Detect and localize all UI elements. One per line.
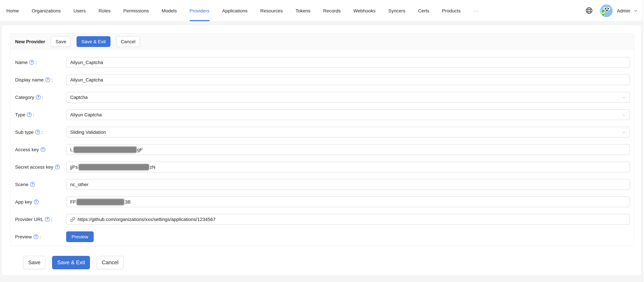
help-icon[interactable]: ? xyxy=(36,95,41,100)
nav-item-certs[interactable]: Certs xyxy=(412,0,436,21)
app-window: HomeOrganizationsUsersRolesPermissionsMo… xyxy=(0,0,644,282)
help-icon[interactable]: ? xyxy=(45,77,50,82)
nav-item-applications[interactable]: Applications xyxy=(216,0,254,21)
user-menu-label[interactable]: Admin xyxy=(617,8,630,13)
form-row-provider-url: Provider URL?:https://github.com/organiz… xyxy=(15,214,630,225)
field-type: Aliyun Captcha xyxy=(66,109,630,120)
field-value: Aliyun_Captcha xyxy=(70,60,103,65)
name-input[interactable]: Aliyun_Captcha xyxy=(66,57,630,68)
provider-url-input[interactable]: https://github.com/organizations/xxx/set… xyxy=(66,214,630,225)
field-app-key: FF3B xyxy=(66,196,630,207)
chevron-down-icon[interactable] xyxy=(634,8,638,12)
secret-access-key-input[interactable]: jjPszN xyxy=(66,162,630,172)
nav-item-label: Home xyxy=(6,8,19,13)
form-row-display-name: Display name?:Aliyun_Captcha xyxy=(15,74,630,85)
help-icon[interactable]: ? xyxy=(30,182,35,187)
field-scene: nc_other xyxy=(66,179,630,190)
header-cancel-button[interactable]: Cancel xyxy=(116,36,140,47)
vertical-scrollbar[interactable] xyxy=(643,0,644,282)
field-name: Aliyun_Captcha xyxy=(66,57,630,68)
field-preview: Preview xyxy=(66,231,630,242)
nav-item-label: Permissions xyxy=(123,8,149,13)
form-row-access-key: Access key?LgF xyxy=(15,144,630,155)
type-select[interactable]: Aliyun Captcha xyxy=(66,109,630,120)
redacted-value-prefix: FF xyxy=(70,199,76,205)
redaction-blob xyxy=(77,199,124,205)
nav-item-label: Certs xyxy=(418,8,429,13)
field-value: Sliding Validation xyxy=(70,130,106,135)
nav-item-products[interactable]: Products xyxy=(436,0,467,21)
field-label-category: Category?: xyxy=(15,95,66,100)
nav-item-label: Applications xyxy=(222,8,248,13)
panel-header: New Provider SaveSave & ExitCancel xyxy=(10,33,634,50)
help-icon[interactable]: ? xyxy=(45,217,50,222)
redaction-blob xyxy=(79,164,148,170)
nav-item-syncers[interactable]: Syncers xyxy=(382,0,412,21)
sub-type-select[interactable]: Sliding Validation xyxy=(66,127,630,138)
field-label-text: Secret access key xyxy=(15,164,53,170)
label-colon: : xyxy=(36,60,37,65)
nav-item-tokens[interactable]: Tokens xyxy=(289,0,317,21)
header-save-button[interactable]: Save xyxy=(51,36,71,47)
footer-save-exit-button[interactable]: Save & Exit xyxy=(52,256,90,269)
redacted-value-suffix: gF xyxy=(137,147,143,152)
nav-item-label: Organizations xyxy=(32,8,61,13)
form-row-sub-type: Sub type?:Sliding Validation xyxy=(15,127,630,138)
field-label-secret-access-key: Secret access key? xyxy=(15,164,66,170)
footer-save-button[interactable]: Save xyxy=(23,256,46,269)
help-icon[interactable]: ? xyxy=(55,165,60,169)
field-provider-url: https://github.com/organizations/xxx/set… xyxy=(66,214,630,225)
help-icon[interactable]: ? xyxy=(30,60,34,65)
nav-item-label: Records xyxy=(323,8,341,13)
nav-item-label: ··· xyxy=(474,8,479,13)
footer-cancel-button[interactable]: Cancel xyxy=(97,256,124,269)
form-row-app-key: App key?FF3B xyxy=(15,196,630,207)
language-globe-icon[interactable] xyxy=(586,7,593,14)
help-icon[interactable]: ? xyxy=(36,130,40,135)
field-label-text: Category xyxy=(15,95,34,100)
nav-item-more[interactable]: ··· xyxy=(467,0,486,21)
nav-item-users[interactable]: Users xyxy=(67,0,92,21)
main-menu: HomeOrganizationsUsersRolesPermissionsMo… xyxy=(0,0,486,21)
redacted-value-suffix: 3B xyxy=(125,199,130,205)
app-key-input[interactable]: FF3B xyxy=(66,196,630,207)
nav-item-label: Syncers xyxy=(388,8,405,13)
redacted-value-prefix: L xyxy=(70,147,73,152)
help-icon[interactable]: ? xyxy=(27,112,32,117)
field-label-text: Sub type xyxy=(15,130,34,135)
form-row-type: Type?:Aliyun Captcha xyxy=(15,109,630,120)
field-label-scene: Scene? xyxy=(15,182,66,187)
nav-item-roles[interactable]: Roles xyxy=(92,0,117,21)
label-colon: : xyxy=(33,112,34,117)
user-avatar[interactable] xyxy=(600,4,613,17)
label-colon: : xyxy=(51,77,53,83)
redaction-blob xyxy=(74,147,136,152)
chevron-down-icon xyxy=(622,113,626,117)
help-icon[interactable]: ? xyxy=(34,234,38,239)
nav-item-home[interactable]: Home xyxy=(0,0,25,21)
redacted-value-prefix: jjPs xyxy=(70,164,78,170)
nav-item-models[interactable]: Models xyxy=(155,0,183,21)
field-label-provider-url: Provider URL?: xyxy=(15,217,66,222)
help-icon[interactable]: ? xyxy=(34,199,38,204)
form-row-preview: Preview?:Preview xyxy=(15,231,630,242)
access-key-input[interactable]: LgF xyxy=(66,144,630,155)
nav-item-resources[interactable]: Resources xyxy=(254,0,289,21)
display-name-input[interactable]: Aliyun_Captcha xyxy=(66,74,630,85)
field-label-text: Access key xyxy=(15,147,39,152)
category-select[interactable]: Captcha xyxy=(66,92,630,103)
nav-item-providers[interactable]: Providers xyxy=(183,0,216,21)
form-row-scene: Scene?nc_other xyxy=(15,179,630,190)
nav-item-webhooks[interactable]: Webhooks xyxy=(347,0,382,21)
nav-item-records[interactable]: Records xyxy=(317,0,347,21)
help-icon[interactable]: ? xyxy=(41,147,45,152)
field-label-type: Type?: xyxy=(15,112,66,117)
scene-input[interactable]: nc_other xyxy=(66,179,630,190)
preview-button[interactable]: Preview xyxy=(66,231,94,242)
label-colon: : xyxy=(42,130,43,135)
form-body: Name?:Aliyun_CaptchaDisplay name?:Aliyun… xyxy=(10,50,634,242)
header-save-exit-button[interactable]: Save & Exit xyxy=(77,36,110,47)
nav-item-organizations[interactable]: Organizations xyxy=(25,0,67,21)
field-label-text: Type xyxy=(15,112,25,117)
nav-item-permissions[interactable]: Permissions xyxy=(117,0,155,21)
